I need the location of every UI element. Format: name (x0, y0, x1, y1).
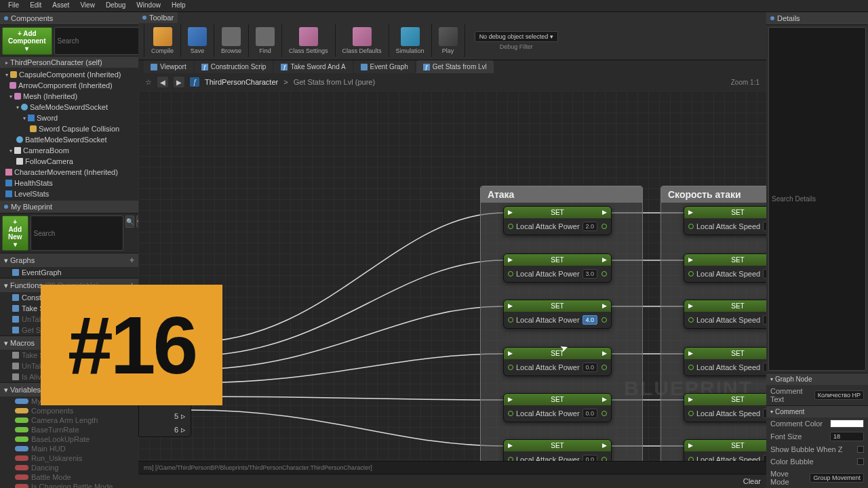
menu-help[interactable]: Help (166, 0, 191, 12)
zoom-level: Zoom 1:1 (731, 79, 760, 86)
set-node[interactable]: SETLocal Attack Speed0.0 (684, 393, 766, 422)
bottom-bar: Clear (138, 474, 766, 488)
class-defaults-button[interactable]: Class Defaults (336, 24, 389, 57)
comment-section[interactable]: Comment (766, 405, 868, 418)
variable-item[interactable]: Is Changing Battle Mode (0, 482, 138, 488)
graph-item[interactable]: EventGraph (0, 267, 138, 278)
set-node[interactable]: SETLocal Attack Speed0.0 (684, 253, 766, 283)
variable-item[interactable]: Run_Uskarenis (0, 453, 138, 463)
component-item[interactable]: ArrowComponent (Inherited) (0, 80, 138, 91)
function-icon: ƒ (190, 77, 199, 87)
variable-item[interactable]: BaseTurnRate (0, 425, 138, 434)
variable-item[interactable]: BaseLookUpRate (0, 434, 138, 444)
set-node[interactable]: SETLocal Attack Power0.0 (503, 393, 612, 422)
episode-overlay: #16 (41, 285, 222, 405)
variable-item[interactable]: Camera Arm Length (0, 415, 138, 425)
menu-asset[interactable]: Asset (47, 0, 75, 12)
blueprint-search-input[interactable] (31, 216, 123, 251)
play-button[interactable]: Play (432, 24, 465, 57)
component-item[interactable]: HealthStats (0, 178, 138, 188)
set-node[interactable]: SETLocal Attack Speed0.0 (684, 300, 766, 329)
menu-bar[interactable]: FileEditAssetViewDebugWindowHelp (0, 0, 868, 12)
nav-fwd-icon[interactable]: ▶ (174, 77, 184, 87)
components-search-input[interactable] (54, 27, 147, 55)
simulation-button[interactable]: Simulation (389, 24, 432, 57)
variable-item[interactable]: Components (0, 406, 138, 415)
component-item[interactable]: ▾CapsuleComponent (Inherited) (0, 69, 138, 80)
component-item[interactable]: FollowCamera (0, 156, 138, 167)
variable-item[interactable]: Battle Mode (0, 472, 138, 482)
variable-item[interactable]: Dancing (0, 463, 138, 472)
components-panel-hdr: Components (0, 12, 138, 25)
nav-back-icon[interactable]: ◀ (157, 77, 168, 87)
compiler-log: ms] [/Game/ThirdPersonBP/Blueprints/Thir… (138, 461, 766, 474)
save-button[interactable]: Save (181, 24, 214, 57)
menu-debug[interactable]: Debug (100, 0, 131, 12)
component-item[interactable]: Sword Capsule Collision (0, 123, 138, 134)
breadcrumb-sub[interactable]: Get Stats from Lvl (pure) (294, 78, 375, 86)
graph-tabs: ViewportƒConstruction ScripƒTake Sword A… (138, 60, 766, 73)
center-column: Toolbar CompileSaveBrowseFindClass Setti… (138, 12, 766, 488)
debug-object-selector[interactable]: No debug object selected ▾ (475, 31, 558, 42)
add-new-button[interactable]: + Add New ▾ (2, 216, 28, 251)
component-item[interactable]: ▾SafeModeSwordSocket (0, 102, 138, 113)
compile-button[interactable]: Compile (144, 24, 181, 57)
clear-button[interactable]: Clear (743, 477, 761, 485)
component-item[interactable]: ▾Mesh (Inherited) (0, 91, 138, 102)
set-node[interactable]: SETLocal Attack Power0.0 (503, 439, 612, 461)
debug-filter-label: Debug Filter (475, 43, 558, 50)
tab-event-graph[interactable]: Event Graph (354, 60, 415, 73)
menu-window[interactable]: Window (131, 0, 166, 12)
browse-button[interactable]: Browse (214, 24, 249, 57)
search-icon[interactable]: 🔍 (125, 216, 134, 228)
set-node[interactable]: SETLocal Attack Power4.0 (503, 300, 612, 329)
font-size-field[interactable]: 18 (830, 432, 864, 441)
comment-text-field[interactable]: Количество HP (814, 390, 864, 400)
breadcrumb-main[interactable]: ThirdPersonCharacter (205, 78, 278, 86)
menu-view[interactable]: View (75, 0, 100, 12)
tab-take-sword-and-a[interactable]: ƒTake Sword And A (274, 60, 352, 73)
comment-color-swatch[interactable] (830, 420, 864, 428)
component-item[interactable]: LevelStats (0, 188, 138, 199)
breadcrumb: ☆ ◀ ▶ ƒ ThirdPersonCharacter > Get Stats… (138, 73, 766, 91)
show-bubble-checkbox[interactable] (857, 446, 864, 453)
category-header[interactable]: ▾ Graphs+ (0, 253, 138, 267)
class-settings-button[interactable]: Class Settings (282, 24, 336, 57)
tab-get-stats-from-lvl[interactable]: ƒGet Stats from Lvl (416, 60, 494, 73)
set-node[interactable]: SETLocal Attack Power3.0 (503, 253, 612, 283)
component-item[interactable]: ▾CameraBoom (0, 145, 138, 156)
my-blueprint-hdr: My Blueprint (0, 201, 138, 214)
details-panel: Details Graph Node Comment TextКоличеств… (766, 12, 868, 488)
add-component-button[interactable]: + Add Component ▾ (2, 27, 52, 55)
find-button[interactable]: Find (249, 24, 282, 57)
set-node[interactable]: SETLocal Attack Power0.0 (503, 347, 612, 376)
menu-edit[interactable]: Edit (24, 0, 47, 12)
component-item[interactable]: CharacterMovement (Inherited) (0, 167, 138, 178)
tab-viewport[interactable]: Viewport (144, 60, 193, 73)
set-node[interactable]: SETLocal Attack Speed0.0 (684, 347, 766, 376)
root-component[interactable]: ▸ThirdPersonCharacter (self) (0, 57, 138, 68)
graph-node-section[interactable]: Graph Node (766, 373, 868, 385)
color-bubble-checkbox[interactable] (857, 458, 864, 465)
favorite-icon[interactable]: ☆ (145, 78, 152, 87)
component-item[interactable]: BattleModeSwordSocket (0, 134, 138, 145)
variable-item[interactable]: Main HUD (0, 444, 138, 453)
left-column: Components + Add Component ▾ 🔍 ▸ThirdPer… (0, 12, 138, 488)
details-search-input[interactable] (768, 27, 866, 371)
component-item[interactable]: ▾Sword (0, 113, 138, 123)
set-node[interactable]: SETLocal Attack Speed0.0 (684, 439, 766, 461)
component-tree: ▾CapsuleComponent (Inherited)ArrowCompon… (0, 68, 138, 201)
set-node[interactable]: SETLocal Attack Power2.0 (503, 206, 612, 235)
graph-canvas[interactable]: BLUEPRINT ➤ on Int0▷1▷2▷3▷4▷5▷6▷АтакаСко… (138, 91, 766, 461)
move-mode-selector[interactable]: Group Movement (810, 473, 864, 483)
tab-construction-scrip[interactable]: ƒConstruction Scrip (195, 60, 273, 73)
set-node[interactable]: SETLocal Attack Speed0.0 (684, 206, 766, 235)
menu-file[interactable]: File (3, 0, 24, 12)
toolbar: Toolbar CompileSaveBrowseFindClass Setti… (138, 12, 766, 60)
